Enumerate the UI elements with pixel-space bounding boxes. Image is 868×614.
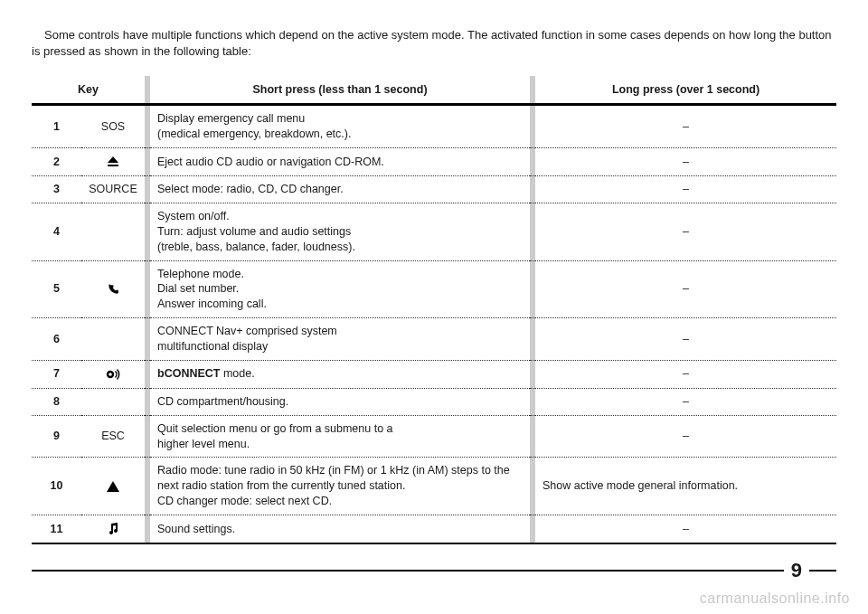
key-number: 10	[32, 458, 81, 515]
table-row: 1SOSDisplay emergency call menu(medical …	[32, 105, 836, 148]
key-label	[81, 148, 145, 176]
table-row: 9ESCQuit selection menu or go from a sub…	[32, 415, 836, 458]
footer-line	[809, 570, 836, 571]
short-press: bCONNECT mode.	[150, 360, 530, 388]
key-label: SOS	[81, 105, 145, 148]
key-label: ESC	[81, 415, 145, 458]
key-number: 3	[32, 176, 81, 203]
intro-text: Some controls have multiple functions wh…	[32, 27, 836, 60]
controls-table: Key Short press (less than 1 second) Lon…	[32, 76, 836, 544]
key-number: 9	[32, 415, 81, 458]
key-label	[81, 515, 145, 543]
key-label: SOURCE	[81, 176, 145, 203]
short-press: CONNECT Nav+ comprised systemmultifuncti…	[150, 318, 530, 361]
speaker-icon	[106, 366, 120, 381]
key-label	[81, 260, 145, 318]
short-press: Quit selection menu or go from a submenu…	[150, 415, 530, 458]
key-label	[81, 360, 145, 388]
table-row: 7bCONNECT mode.–	[32, 360, 836, 388]
page-footer: 9	[32, 559, 836, 582]
header-short: Short press (less than 1 second)	[150, 76, 530, 105]
eject-icon	[107, 154, 119, 168]
key-number: 4	[32, 203, 81, 260]
triangle-up-icon	[107, 478, 119, 492]
long-press: –	[535, 515, 836, 543]
phone-icon	[107, 281, 119, 296]
short-press: Sound settings.	[150, 515, 530, 543]
key-label	[81, 318, 145, 361]
key-number: 11	[32, 515, 81, 543]
long-press: –	[535, 388, 836, 415]
short-press: CD compartment/housing.	[150, 388, 530, 415]
header-long: Long press (over 1 second)	[535, 76, 836, 105]
page-number: 9	[791, 559, 802, 582]
long-press: –	[535, 176, 836, 203]
key-label	[81, 458, 145, 515]
long-press: –	[535, 148, 836, 176]
long-press: –	[535, 260, 836, 318]
short-press: Radio mode: tune radio in 50 kHz (in FM)…	[150, 458, 530, 515]
key-number: 5	[32, 260, 81, 318]
table-row: 10Radio mode: tune radio in 50 kHz (in F…	[32, 458, 836, 515]
key-number: 1	[32, 105, 81, 148]
long-press: –	[535, 360, 836, 388]
short-press: Select mode: radio, CD, CD changer.	[150, 176, 530, 203]
header-key: Key	[32, 76, 145, 105]
svg-point-1	[108, 373, 112, 376]
key-number: 6	[32, 318, 81, 361]
note-icon	[107, 521, 119, 535]
key-label	[81, 203, 145, 260]
table-row: 2Eject audio CD audio or navigation CD-R…	[32, 148, 836, 176]
table-row: 5Telephone mode.Dial set number.Answer i…	[32, 260, 836, 318]
key-number: 7	[32, 360, 81, 388]
key-number: 8	[32, 388, 81, 415]
long-press: –	[535, 318, 836, 361]
key-number: 2	[32, 148, 81, 176]
short-press: Display emergency call menu(medical emer…	[150, 105, 530, 148]
table-row: 3SOURCESelect mode: radio, CD, CD change…	[32, 176, 836, 203]
table-row: 8CD compartment/housing.–	[32, 388, 836, 415]
table-row: 6CONNECT Nav+ comprised systemmultifunct…	[32, 318, 836, 361]
short-press: System on/off.Turn: adjust volume and au…	[150, 203, 530, 260]
short-press: Telephone mode.Dial set number.Answer in…	[150, 260, 530, 318]
long-press: –	[535, 105, 836, 148]
key-label	[81, 388, 145, 415]
long-press: –	[535, 203, 836, 260]
long-press: –	[535, 415, 836, 458]
table-row: 11Sound settings.–	[32, 515, 836, 543]
table-row: 4System on/off.Turn: adjust volume and a…	[32, 203, 836, 260]
footer-line	[32, 570, 784, 571]
long-press: Show active mode general information.	[535, 458, 836, 515]
short-press: Eject audio CD audio or navigation CD-RO…	[150, 148, 530, 176]
watermark: carmanualsonline.info	[700, 590, 850, 607]
